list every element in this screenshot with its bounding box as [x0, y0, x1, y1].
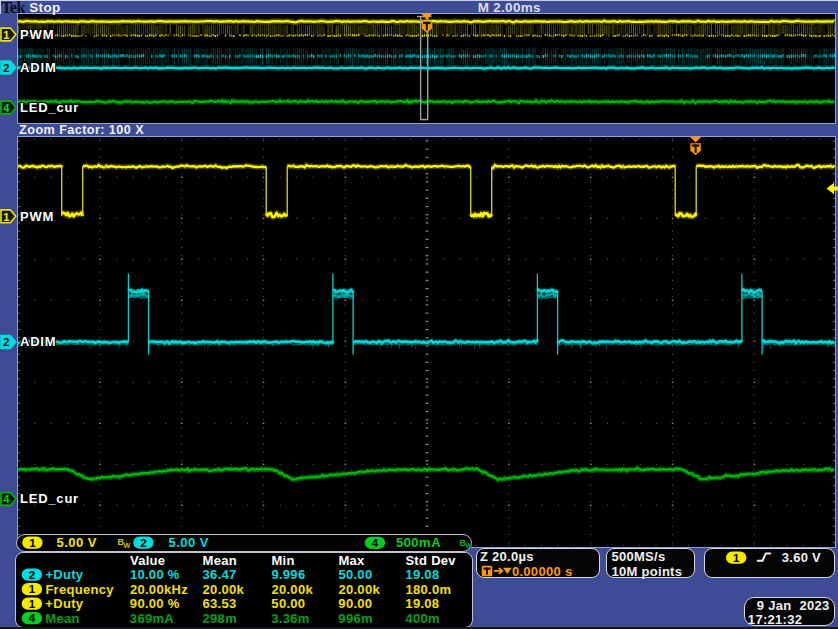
svg-text:50.00: 50.00: [338, 567, 372, 582]
svg-text:M 2.00ms: M 2.00ms: [478, 0, 541, 15]
svg-text:Tek: Tek: [1, 0, 25, 16]
svg-text:PWM: PWM: [20, 209, 54, 224]
svg-text:LED_cur: LED_cur: [20, 100, 79, 115]
svg-text:Frequency: Frequency: [45, 582, 114, 597]
svg-text:20.00k: 20.00k: [271, 582, 313, 597]
svg-text:90.00: 90.00: [338, 596, 372, 611]
svg-text:2: 2: [29, 569, 35, 581]
svg-text:4: 4: [29, 612, 36, 624]
svg-text:1: 1: [29, 537, 36, 549]
svg-text:Min: Min: [271, 553, 294, 568]
svg-text:90.00 %: 90.00 %: [130, 596, 180, 611]
svg-text:4: 4: [372, 537, 379, 549]
svg-text:3.36m: 3.36m: [271, 611, 309, 626]
svg-text:10M points: 10M points: [611, 564, 682, 579]
svg-text:Max: Max: [338, 553, 365, 568]
svg-text:20.00kHz: 20.00kHz: [130, 582, 188, 597]
svg-text:20.00k: 20.00k: [338, 582, 380, 597]
svg-text:36.47: 36.47: [203, 567, 237, 582]
svg-text:Stop: Stop: [29, 0, 61, 15]
svg-text:W: W: [466, 542, 473, 549]
svg-text:1: 1: [29, 598, 36, 610]
svg-text:20.00k: 20.00k: [203, 582, 245, 597]
svg-text:ADIM: ADIM: [20, 60, 56, 75]
svg-text:1: 1: [29, 583, 36, 595]
svg-text:Zoom Factor: 100 X: Zoom Factor: 100 X: [19, 123, 144, 137]
svg-text:50.00: 50.00: [271, 596, 305, 611]
svg-text:180.0m: 180.0m: [405, 582, 451, 597]
svg-text:LED_cur: LED_cur: [20, 491, 79, 506]
svg-text:19.08: 19.08: [405, 567, 439, 582]
svg-text:W: W: [124, 542, 131, 549]
svg-text:500MS/s: 500MS/s: [611, 549, 665, 564]
svg-text:+Duty: +Duty: [45, 567, 83, 582]
svg-text:+Duty: +Duty: [45, 596, 83, 611]
svg-text:1: 1: [733, 552, 740, 564]
svg-text:400m: 400m: [405, 611, 439, 626]
svg-text:Mean: Mean: [45, 611, 79, 626]
svg-text:0.00000 s: 0.00000 s: [512, 564, 573, 579]
svg-text:Mean: Mean: [203, 553, 237, 568]
svg-text:298m: 298m: [203, 611, 237, 626]
svg-text:2: 2: [140, 537, 146, 549]
svg-text:5.00 V: 5.00 V: [56, 535, 97, 550]
svg-text:17:21:32: 17:21:32: [748, 612, 802, 627]
svg-text:5.00 V: 5.00 V: [168, 535, 209, 550]
svg-text:ADIM: ADIM: [20, 334, 56, 349]
svg-text:Z 20.0µs: Z 20.0µs: [480, 549, 534, 564]
svg-text:369mA: 369mA: [130, 611, 174, 626]
svg-text:Std Dev: Std Dev: [405, 553, 456, 568]
svg-text:19.08: 19.08: [405, 596, 439, 611]
svg-text:9.996: 9.996: [271, 567, 305, 582]
svg-text:PWM: PWM: [20, 27, 54, 42]
svg-text:10.00 %: 10.00 %: [130, 567, 180, 582]
svg-text:Value: Value: [130, 553, 165, 568]
svg-text:996m: 996m: [338, 611, 372, 626]
svg-text:500mA: 500mA: [396, 535, 441, 550]
svg-text:63.53: 63.53: [203, 596, 237, 611]
svg-text:3.60 V: 3.60 V: [782, 550, 821, 565]
